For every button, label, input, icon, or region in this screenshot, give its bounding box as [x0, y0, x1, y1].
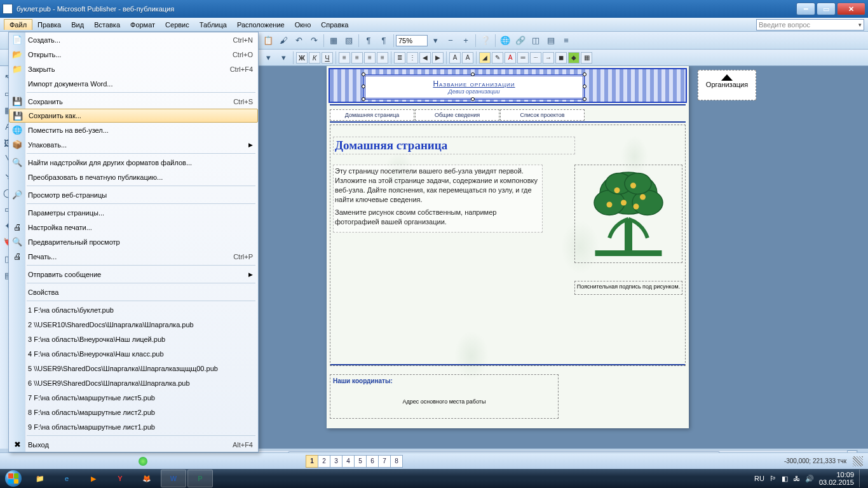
undo-icon[interactable]: ↶ — [292, 34, 306, 48]
menu-item[interactable]: 3 F:\на область\Внеурочка\Наш лицей.pub — [9, 332, 258, 346]
page-tab[interactable]: 1 — [306, 455, 318, 468]
menu-item[interactable]: 🌐Поместить на веб-узел... — [9, 123, 258, 137]
selection-handle[interactable] — [471, 72, 475, 76]
minimize-button[interactable]: ━ — [796, 3, 815, 15]
selection-handle[interactable] — [362, 72, 365, 76]
nav-tab-about[interactable]: Общие сведения — [415, 109, 499, 121]
align-right-icon[interactable]: ≡ — [364, 52, 376, 64]
menu-item[interactable]: 9 F:\на область\маршрутные лист1.pub — [9, 419, 258, 434]
align-left-icon[interactable]: ≡ — [339, 52, 350, 64]
menu-view[interactable]: Вид — [66, 20, 89, 30]
taskbar-word[interactable]: W — [161, 470, 186, 487]
menu-item[interactable]: ✖ВыходAlt+F4 — [9, 437, 258, 452]
menu-item[interactable]: 💾СохранитьCtrl+S — [9, 94, 258, 109]
taskbar-explorer[interactable]: 📁 — [27, 470, 53, 487]
menu-insert[interactable]: Вставка — [89, 20, 125, 30]
font-size-dropdown[interactable]: ▾ — [276, 51, 290, 65]
page-tab[interactable]: 8 — [390, 455, 403, 468]
bring-front-icon[interactable]: ▦ — [327, 34, 341, 48]
menu-item[interactable]: 5 \\USER9\SharedDocs\Шпаргалка\Шпаргалка… — [9, 361, 258, 376]
picture-frame[interactable] — [574, 165, 682, 263]
menu-file[interactable]: Файл — [4, 19, 32, 30]
fill-color-icon[interactable]: ◢ — [479, 52, 491, 64]
menu-item[interactable]: 📁ЗакрытьCtrl+F4 — [9, 62, 258, 76]
help-search-input[interactable]: Введите вопрос ▾ — [756, 19, 864, 30]
menu-item[interactable]: 4 F:\на область\Внеурочка\Наш класс.pub — [9, 346, 258, 361]
canvas-area[interactable]: Название организации Девиз организации О… — [174, 66, 868, 449]
tray-flag-icon[interactable]: 🏳 — [770, 475, 776, 482]
menu-item[interactable]: 📦Упаковать...▶ — [9, 137, 258, 152]
insert-table-icon[interactable]: ▦ — [581, 52, 592, 64]
menu-item[interactable]: Параметры страницы... — [9, 205, 258, 220]
org-logo-frame[interactable]: Организация — [698, 70, 756, 100]
menu-item[interactable]: 💾Сохранить как... — [9, 109, 258, 123]
taskbar-firefox[interactable]: 🦊 — [134, 470, 159, 487]
line-color-icon[interactable]: ✎ — [492, 52, 503, 64]
menu-item[interactable]: Импорт документа Word... — [9, 76, 258, 91]
3d-icon[interactable]: ◆ — [568, 52, 580, 64]
resize-grip[interactable] — [853, 456, 863, 466]
italic-icon[interactable]: К — [309, 52, 320, 64]
send-back-icon[interactable]: ▧ — [342, 34, 356, 48]
line-style-icon[interactable]: ═ — [517, 52, 529, 64]
menu-tools[interactable]: Сервис — [160, 20, 194, 30]
format-painter-icon[interactable]: 🖌 — [276, 34, 290, 48]
selection-handle[interactable] — [362, 97, 365, 101]
menu-item[interactable]: 7 F:\на область\маршрутные лист5.pub — [9, 390, 258, 405]
form-icon[interactable]: ▤ — [544, 34, 558, 48]
menu-item[interactable]: 📂Открыть...Ctrl+O — [9, 47, 258, 62]
menu-item[interactable]: 🔍Найти надстройки для других форматов фа… — [9, 155, 258, 170]
publication-page[interactable]: Название организации Девиз организации О… — [327, 66, 689, 428]
arrow-style-icon[interactable]: → — [543, 52, 554, 64]
page-tab[interactable]: 7 — [378, 455, 391, 468]
zoom-dropdown-icon[interactable]: ▾ — [428, 34, 442, 48]
close-button[interactable]: ✕ — [837, 3, 865, 15]
justify-icon[interactable]: ≡ — [377, 52, 388, 64]
special-chars-icon[interactable]: ¶ — [377, 34, 391, 48]
taskbar-wmp[interactable]: ▶ — [81, 470, 106, 487]
page-tab[interactable]: 2 — [318, 455, 330, 468]
font-dropdown[interactable]: ▾ — [261, 51, 275, 65]
page-tab[interactable]: 6 — [366, 455, 379, 468]
web-tools-icon[interactable]: 🌐 — [498, 34, 512, 48]
menu-item[interactable]: 🖨Настройка печати... — [9, 220, 258, 234]
selection-handle[interactable] — [583, 72, 587, 76]
selection-handle[interactable] — [583, 97, 587, 101]
menu-item[interactable]: 🖨Печать...Ctrl+P — [9, 249, 258, 264]
menu-item[interactable]: Отправить сообщение▶ — [9, 267, 258, 281]
underline-icon[interactable]: Ч — [322, 52, 333, 64]
paste-icon[interactable]: 📋 — [261, 34, 275, 48]
menu-item[interactable]: Свойства — [9, 285, 258, 299]
bold-icon[interactable]: Ж — [296, 52, 308, 64]
show-chars-icon[interactable]: ¶ — [362, 34, 376, 48]
tray-clock[interactable]: 10:09 03.02.2015 — [819, 471, 854, 486]
help-icon[interactable]: ❔ — [478, 34, 492, 48]
menu-edit[interactable]: Правка — [32, 20, 66, 30]
zoom-input[interactable]: 75% — [396, 35, 428, 46]
page-tab[interactable]: 5 — [354, 455, 367, 468]
align-center-icon[interactable]: ≡ — [351, 52, 363, 64]
shadow-icon[interactable]: ◼ — [555, 52, 567, 64]
main-content-frame[interactable]: Домашняя страница Эту страницу посетител… — [330, 125, 686, 366]
contacts-frame[interactable]: Наши координаты: Адрес основного места р… — [330, 374, 559, 419]
page-tab[interactable]: 3 — [330, 455, 342, 468]
tray-action-icon[interactable]: ◧ — [782, 475, 788, 483]
nav-tab-home[interactable]: Домашняя страница — [330, 109, 414, 121]
body-text-frame[interactable]: Эту страницу посетители вашего веб-узла … — [333, 165, 543, 233]
decrease-font-icon[interactable]: A — [449, 52, 461, 64]
header-band[interactable]: Название организации Девиз организации — [329, 68, 687, 103]
decrease-indent-icon[interactable]: ◀ — [419, 52, 431, 64]
show-desktop-button[interactable] — [859, 470, 864, 487]
nav-tab-projects[interactable]: Список проектов — [500, 109, 585, 121]
menu-item[interactable]: Преобразовать в печатную публикацию... — [9, 170, 258, 184]
menu-table[interactable]: Таблица — [194, 20, 232, 30]
menu-item[interactable]: 6 \\USER9\SharedDocs\Шпаргалка\Шпаргалка… — [9, 376, 258, 390]
menu-window[interactable]: Окно — [290, 20, 316, 30]
menu-item[interactable]: 🔍Предварительный просмотр — [9, 234, 258, 249]
html-fragment-icon[interactable]: ≡ — [559, 34, 573, 48]
taskbar-ie[interactable]: e — [54, 470, 79, 487]
menu-item[interactable]: 🔎Просмотр веб-страницы — [9, 187, 258, 202]
redo-icon[interactable]: ↷ — [307, 34, 321, 48]
font-color-icon[interactable]: A — [505, 52, 516, 64]
menu-format[interactable]: Формат — [125, 20, 160, 30]
